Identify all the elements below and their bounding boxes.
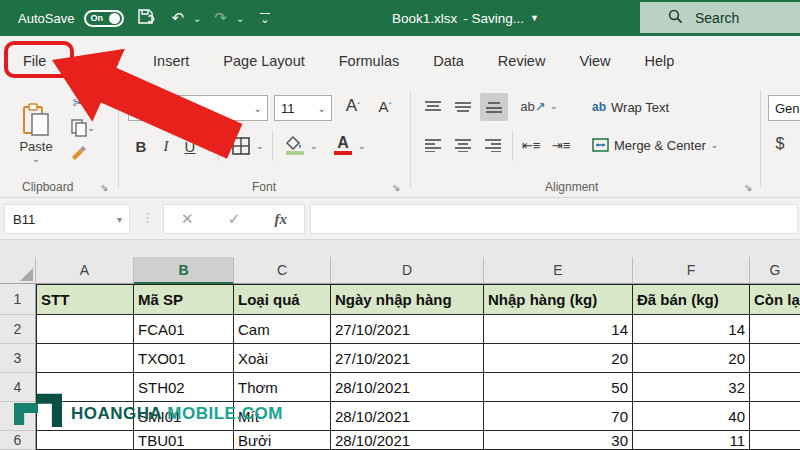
cell-g6[interactable]: [750, 431, 800, 450]
cell-e4[interactable]: 50: [484, 373, 633, 402]
font-name-combo[interactable]: Calibri ⌄: [128, 95, 268, 121]
accounting-format-button[interactable]: $: [770, 131, 790, 157]
alignment-dialog-launcher-icon[interactable]: ⇘: [744, 182, 752, 193]
column-header-g[interactable]: G: [750, 257, 800, 284]
cancel-icon[interactable]: ✕: [181, 210, 194, 228]
cell-d3[interactable]: 27/10/2021: [331, 344, 484, 373]
undo-icon[interactable]: ↶: [168, 9, 187, 27]
tab-review[interactable]: Review: [481, 36, 563, 85]
orientation-dropdown-icon[interactable]: ⌄: [550, 101, 558, 111]
paste-button[interactable]: Paste ⌄: [10, 90, 62, 176]
cell-d4[interactable]: 28/10/2021: [331, 373, 484, 402]
formula-input[interactable]: [310, 204, 798, 234]
tab-data[interactable]: Data: [416, 36, 481, 85]
font-dialog-launcher-icon[interactable]: ⇘: [392, 182, 400, 193]
cell-b5[interactable]: SMI01: [134, 402, 234, 431]
italic-button[interactable]: I: [156, 133, 176, 159]
tab-formulas[interactable]: Formulas: [322, 36, 416, 85]
cell-b4[interactable]: STH02: [134, 373, 234, 402]
column-header-f[interactable]: F: [633, 257, 750, 284]
cell-g1[interactable]: Còn lại: [750, 284, 800, 315]
fill-color-dropdown-icon[interactable]: ⌄: [310, 141, 318, 151]
cell-a3[interactable]: [36, 344, 134, 373]
formula-bar-handle[interactable]: ⋮: [141, 210, 154, 225]
row-header-4[interactable]: 4: [0, 373, 36, 402]
cell-b3[interactable]: TXO01: [134, 344, 234, 373]
decrease-font-size-button[interactable]: Aˇ: [372, 93, 398, 119]
cell-a4[interactable]: [36, 373, 134, 402]
cell-a1[interactable]: STT: [36, 284, 134, 315]
align-right-button[interactable]: [480, 133, 506, 157]
font-size-combo[interactable]: 11 ⌄: [274, 95, 332, 121]
select-all-button[interactable]: [0, 257, 36, 284]
cell-c6[interactable]: Bưởi: [234, 431, 331, 450]
column-header-a[interactable]: A: [36, 257, 134, 284]
cell-d6[interactable]: 28/10/2021: [331, 431, 484, 450]
increase-font-size-button[interactable]: Aˆ: [340, 93, 366, 119]
cell-f6[interactable]: 11: [633, 431, 750, 450]
top-align-button[interactable]: [420, 95, 446, 119]
fill-color-button[interactable]: [282, 131, 308, 159]
font-color-button[interactable]: A: [330, 129, 356, 159]
customize-qat-icon[interactable]: ⌄: [260, 13, 269, 23]
increase-indent-button[interactable]: ⇥≡: [548, 133, 574, 157]
cell-c1[interactable]: Loại quả: [234, 284, 331, 315]
cell-d1[interactable]: Ngày nhập hàng: [331, 284, 484, 315]
row-header-1[interactable]: 1: [0, 284, 36, 315]
borders-button[interactable]: [228, 133, 254, 159]
tab-help[interactable]: Help: [628, 36, 692, 85]
cell-f5[interactable]: 40: [633, 402, 750, 431]
search-box[interactable]: Search: [640, 2, 800, 33]
cell-a6[interactable]: [36, 431, 134, 450]
autosave-toggle[interactable]: On: [84, 10, 124, 27]
cell-g2[interactable]: [750, 315, 800, 344]
cell-g4[interactable]: [750, 373, 800, 402]
tab-insert[interactable]: Insert: [136, 36, 206, 85]
save-icon[interactable]: [134, 8, 158, 28]
cell-a2[interactable]: [36, 315, 134, 344]
cell-g5[interactable]: [750, 402, 800, 431]
borders-dropdown-icon[interactable]: ⌄: [256, 141, 264, 151]
insert-function-icon[interactable]: fx: [274, 211, 287, 228]
decrease-indent-button[interactable]: ⇤≡: [518, 133, 544, 157]
align-left-button[interactable]: [420, 133, 446, 157]
cut-button[interactable]: ✂: [68, 93, 90, 113]
cell-e5[interactable]: 70: [484, 402, 633, 431]
bold-button[interactable]: B: [130, 133, 152, 159]
cell-a5[interactable]: [36, 402, 134, 431]
column-header-c[interactable]: C: [234, 257, 331, 284]
cell-f3[interactable]: 20: [633, 344, 750, 373]
cell-b6[interactable]: TBU01: [134, 431, 234, 450]
cell-c3[interactable]: Xoài: [234, 344, 331, 373]
underline-button[interactable]: U: [180, 133, 200, 159]
name-box[interactable]: B11 ▾: [4, 204, 130, 234]
copy-button[interactable]: ⌄: [66, 117, 100, 139]
enter-icon[interactable]: ✓: [228, 210, 241, 228]
tab-home[interactable]: Home: [63, 36, 136, 85]
bottom-align-button[interactable]: [480, 93, 508, 121]
tab-view[interactable]: View: [562, 36, 627, 85]
underline-dropdown-icon[interactable]: ⌄: [202, 141, 210, 151]
cell-b2[interactable]: FCA01: [134, 315, 234, 344]
format-painter-button[interactable]: [68, 141, 90, 163]
wrap-text-button[interactable]: ab Wrap Text: [592, 95, 712, 119]
cell-c5[interactable]: Mít: [234, 402, 331, 431]
cell-e1[interactable]: Nhập hàng (kg): [484, 284, 633, 315]
cell-e2[interactable]: 14: [484, 315, 633, 344]
row-header-3[interactable]: 3: [0, 344, 36, 373]
tab-file[interactable]: File: [6, 36, 63, 85]
row-header-6[interactable]: 6: [0, 431, 36, 450]
font-color-dropdown-icon[interactable]: ⌄: [358, 141, 366, 151]
cell-c4[interactable]: Thơm: [234, 373, 331, 402]
clipboard-dialog-launcher-icon[interactable]: ⇘: [100, 182, 108, 193]
middle-align-button[interactable]: [450, 95, 476, 119]
row-header-5[interactable]: 5: [0, 402, 36, 431]
merge-center-button[interactable]: Merge & Center ⌄: [592, 133, 752, 157]
title-dropdown-icon[interactable]: ▼: [530, 13, 539, 23]
column-header-b[interactable]: B: [134, 257, 234, 284]
undo-dropdown-icon[interactable]: ⌄: [193, 13, 201, 24]
cell-f2[interactable]: 14: [633, 315, 750, 344]
cell-e3[interactable]: 20: [484, 344, 633, 373]
cell-g3[interactable]: [750, 344, 800, 373]
cell-f1[interactable]: Đã bán (kg): [633, 284, 750, 315]
